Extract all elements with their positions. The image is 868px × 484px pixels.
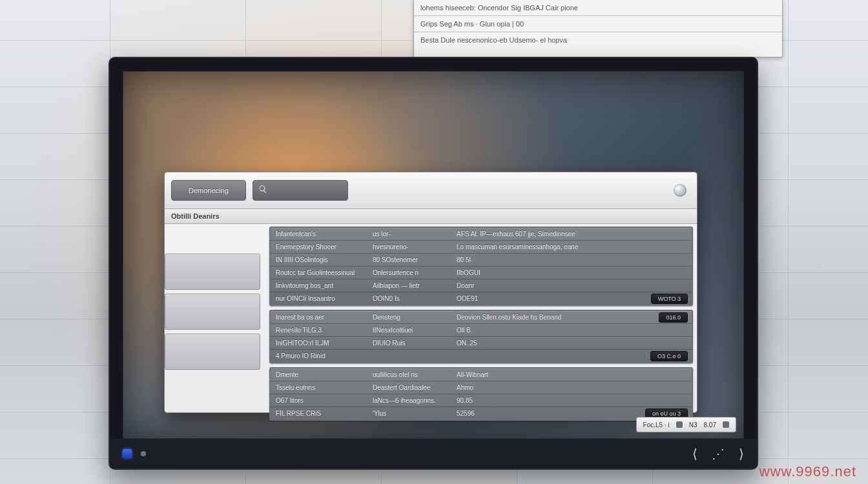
sidebar xyxy=(165,224,265,421)
cell: Ahmo xyxy=(457,384,692,391)
search-icon xyxy=(258,185,267,196)
cell: Oll B xyxy=(457,327,692,334)
sidebar-slot[interactable] xyxy=(165,254,260,290)
tray-text: N3 xyxy=(689,421,698,429)
cell: uullilicus otel ns xyxy=(373,371,457,378)
app-body: Infantentcan's us lor- AFS AL IP—exhaus … xyxy=(165,224,697,421)
table-row[interactable]: FIL RPSE CRiS 'Ylus 52596 on eU ou 3 xyxy=(271,407,692,419)
table-row[interactable]: Routcc tar Guolinteessinual Onlersurtenc… xyxy=(271,267,692,279)
table-row[interactable]: Dmente uullilicus otel ns All-Wibnart xyxy=(271,368,692,381)
group-1: Infantentcan's us lor- AFS AL IP—exhaus … xyxy=(269,227,693,306)
cell: IN IIIII OSolintogis xyxy=(271,256,373,263)
note-line: Grips Seg Ab ms · Glun opia | 00 xyxy=(414,16,782,32)
table-row[interactable]: Enemepstory Shoeer hvesnureno- Lo mascum… xyxy=(271,241,692,254)
row-badge[interactable]: O3 C.e 0 xyxy=(650,351,688,361)
cell: Lo mascuman esursaminessanhoga, eane xyxy=(457,243,692,250)
tray-icon[interactable] xyxy=(723,421,729,428)
row-badge[interactable]: 016.0 xyxy=(659,312,688,323)
cell: Enemepstory Shoeer xyxy=(271,243,373,250)
cell: Renesilo TiLG.3 xyxy=(271,327,373,334)
table-row[interactable]: 4 Pmuro IO Rinid O3 C.e 0 xyxy=(271,350,692,362)
cell: Onlersurtence n xyxy=(373,269,457,276)
cell: Ailbiapon — lietr xyxy=(373,282,457,289)
main-panel: Infantentcan's us lor- AFS AL IP—exhaus … xyxy=(265,224,697,421)
status-led-icon xyxy=(141,451,146,456)
table-row[interactable]: linkvitourng bos_ant Ailbiapon — lietr D… xyxy=(271,279,692,292)
cell: 80 SOstenomer xyxy=(373,256,457,263)
titlebar: Demonecing xyxy=(165,172,697,209)
cell: Densteng xyxy=(373,314,457,321)
cell: 90.85 xyxy=(457,397,692,404)
cell: IIbOGUI xyxy=(457,269,692,276)
cell: nur OINCIi Insaantro xyxy=(271,295,373,302)
cell: linkvitourng bos_ant xyxy=(271,282,373,289)
cell: All-Wibnart xyxy=(457,371,692,378)
cell: Tsselu eutnns xyxy=(271,384,373,391)
table-row[interactable]: Tsselu eutnns Deastert Oardiaalee Ahmo xyxy=(271,381,692,394)
cell: Deovion Sllen.ostu Kiade hs Benand xyxy=(457,314,659,321)
scene: lohems hiseeceb: Oncendor Sig IBGAJ Cair… xyxy=(0,0,868,484)
cell: DIUIO Ruis xyxy=(373,339,457,347)
system-tray[interactable]: Foc.L5 · i N3 8.07 xyxy=(636,417,736,432)
group-2: Inarest ba os aer Densteng Deovion Sllen… xyxy=(269,310,693,363)
sidebar-slot[interactable] xyxy=(165,334,260,370)
cell: Routcc tar Guolinteessinual xyxy=(271,269,373,276)
cell: 'Ylus xyxy=(373,410,457,417)
section-header: Obtilli Deanirs xyxy=(165,209,697,224)
cell: OOIN0 Is xyxy=(373,295,457,302)
table-row[interactable]: Inarest ba os aer Densteng Deovion Sllen… xyxy=(271,311,692,324)
cell: 4 Pmuro IO Rinid xyxy=(271,352,373,359)
table-row[interactable]: IniGHITOO:rl ILJM DIUIO Ruis ON..25 xyxy=(271,337,692,350)
orb-icon[interactable] xyxy=(674,184,687,197)
cell: 80 5I xyxy=(457,256,692,263)
cell: FIL RPSE CRiS xyxy=(271,410,373,417)
table-row[interactable]: O67 litors laNcs—6 iheaagonns. 90.85 xyxy=(271,394,692,407)
cell: IINesxtcoltiuei xyxy=(373,327,457,334)
table-row[interactable]: nur OINCIi Insaantro OOIN0 Is OOE91 WOTO… xyxy=(271,292,692,305)
monitor-frame: Demonecing Obtilli Deanirs xyxy=(108,57,758,470)
tray-icon[interactable] xyxy=(676,421,683,428)
dots-icon[interactable]: ⋰ xyxy=(712,446,725,461)
search-field[interactable] xyxy=(253,180,348,201)
monitor-chin: ⟨ ⋰ ⟩ xyxy=(110,439,757,469)
group-3: Dmente uullilicus otel ns All-Wibnart Ts… xyxy=(269,367,693,421)
sidebar-slot[interactable] xyxy=(165,294,260,330)
watermark: www.9969.net xyxy=(760,463,856,480)
cell: Infantentcan's xyxy=(271,230,373,237)
cell: OOE91 xyxy=(457,295,651,302)
tray-text: 8.07 xyxy=(704,421,716,429)
cell: laNcs—6 iheaagonns. xyxy=(373,397,457,404)
note-line: Besta Dule nescenonico-eb Udsemo- el hop… xyxy=(414,32,782,48)
cell: Dmente xyxy=(271,371,373,378)
cell: Deastert Oardiaalee xyxy=(373,384,457,391)
app-window: Demonecing Obtilli Deanirs xyxy=(164,172,698,413)
cell: us lor- xyxy=(373,230,457,237)
power-led-icon xyxy=(123,449,132,458)
table-row[interactable]: Infantentcan's us lor- AFS AL IP—exhaus … xyxy=(271,228,692,241)
cell: Inarest ba os aer xyxy=(271,314,373,321)
cell: ON..25 xyxy=(457,339,692,347)
cell: 52596 xyxy=(457,410,645,417)
cell: IniGHITOO:rl ILJM xyxy=(271,339,373,347)
forward-icon[interactable]: ⟩ xyxy=(739,446,744,461)
cell: hvesnureno- xyxy=(373,243,457,250)
active-tab[interactable]: Demonecing xyxy=(171,180,246,201)
note-line: lohems hiseeceb: Oncendor Sig IBGAJ Cair… xyxy=(414,0,782,16)
back-icon[interactable]: ⟨ xyxy=(692,446,698,461)
search-input[interactable] xyxy=(271,186,342,195)
screen: Demonecing Obtilli Deanirs xyxy=(123,71,744,439)
tray-text: Foc.L5 · i xyxy=(643,421,670,429)
table-row[interactable]: IN IIIII OSolintogis 80 SOstenomer 80 5I xyxy=(271,254,692,267)
cell: O67 litors xyxy=(271,397,373,404)
popup-note: lohems hiseeceb: Oncendor Sig IBGAJ Cair… xyxy=(413,0,783,57)
cell: Doanr xyxy=(457,282,692,289)
table-row[interactable]: Renesilo TiLG.3 IINesxtcoltiuei Oll B xyxy=(271,324,692,337)
row-badge[interactable]: WOTO 3 xyxy=(651,294,688,304)
chin-controls: ⟨ ⋰ ⟩ xyxy=(692,446,744,461)
cell: AFS AL IP—exhaus 607 jje, Simedionsee xyxy=(457,230,692,237)
